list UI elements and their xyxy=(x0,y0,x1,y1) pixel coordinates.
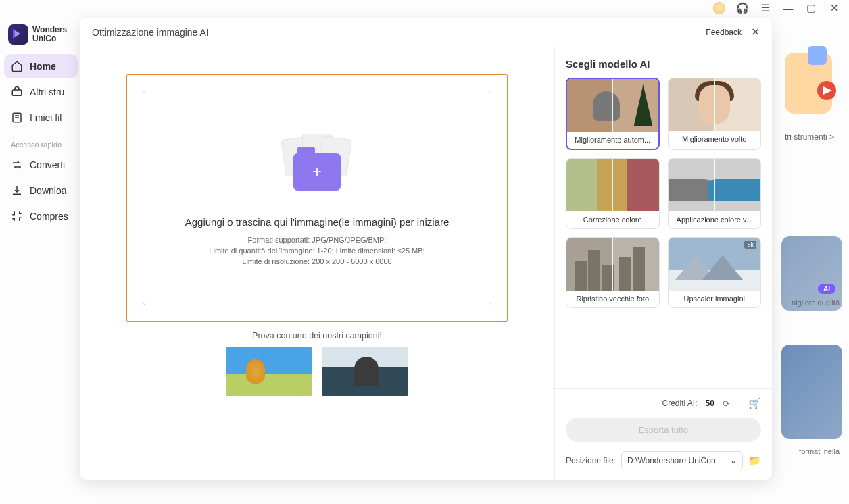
bottom-bar: Crediti AI:50 ⟳ | 🛒 Esporta tutto Posizi… xyxy=(555,388,772,480)
app-name: WondersUniCo xyxy=(32,26,67,43)
model-preview-icon xyxy=(669,78,761,131)
avatar-icon[interactable] xyxy=(712,1,726,15)
drop-meta: Formati supportati: JPG/PNG/JPEG/BMP; Li… xyxy=(209,234,424,267)
output-path-select[interactable]: D:\Wondershare UniCon ⌄ xyxy=(621,451,743,470)
model-label: Ripristino vecchie foto xyxy=(566,291,659,307)
bg-text-2: formati nella xyxy=(799,447,840,455)
nav-label: Downloa xyxy=(30,185,66,196)
model-label: Correzione colore xyxy=(566,211,659,228)
models-title: Scegli modello AI xyxy=(566,58,761,70)
window-maximize-button[interactable]: ▢ xyxy=(804,1,818,15)
credits-label: Crediti AI: xyxy=(662,399,697,408)
drop-zone-outer: + Aggiungi o trascina qui l'immagine(le … xyxy=(126,74,508,322)
close-icon[interactable]: ✕ xyxy=(751,26,760,39)
bg-card-2 xyxy=(781,345,842,439)
nav-compress[interactable]: Compres xyxy=(4,204,78,228)
samples-label: Prova con uno dei nostri campioni! xyxy=(252,331,382,341)
sidebar: WondersUniCo Home Altri stru I miei fil … xyxy=(0,16,84,504)
nav-label: Home xyxy=(30,61,56,72)
sample-image-1[interactable] xyxy=(226,347,312,396)
titlebar: 🎧 ☰ — ▢ ✕ xyxy=(0,0,849,16)
nav-tools[interactable]: Altri stru xyxy=(4,80,78,104)
model-card-upscaler[interactable]: 8k Upscaler immagini xyxy=(668,237,762,308)
convert-icon xyxy=(11,159,23,171)
bg-text-1: nigliore qualità xyxy=(792,299,840,307)
modal-title: Ottimizzazione immagine AI xyxy=(92,27,209,38)
nav-home[interactable]: Home xyxy=(4,54,78,78)
window-minimize-button[interactable]: — xyxy=(781,1,795,15)
browse-folder-icon[interactable]: 📁 xyxy=(748,455,761,467)
output-path-value: D:\Wondershare UniCon xyxy=(627,456,716,465)
nav-myfiles[interactable]: I miei fil xyxy=(4,105,78,130)
model-card-old-photo-restore[interactable]: Ripristino vecchie foto xyxy=(566,237,660,308)
right-panel: Scegli modello AI Miglioramento autom...… xyxy=(554,47,772,480)
nav-label: Altri stru xyxy=(30,86,64,97)
model-preview-icon: 8k xyxy=(669,238,761,291)
menu-list-icon[interactable]: ☰ xyxy=(758,1,772,15)
ai-image-modal: Ottimizzazione immagine AI Feedback ✕ + … xyxy=(80,18,772,480)
compress-icon xyxy=(11,210,23,222)
nav-label: I miei fil xyxy=(30,112,62,123)
home-icon xyxy=(11,60,23,72)
bg-promo-link[interactable]: tri strumenti > xyxy=(785,132,834,142)
ai-badge: AI xyxy=(818,284,835,294)
window-close-button[interactable]: ✕ xyxy=(827,1,841,15)
model-card-face-enhance[interactable]: Miglioramento volto xyxy=(668,78,762,150)
app-logo: WondersUniCo xyxy=(4,22,78,54)
drop-zone[interactable]: + Aggiungi o trascina qui l'immagine(le … xyxy=(143,91,491,305)
model-card-colorize[interactable]: Applicazione colore v... xyxy=(668,158,762,229)
drop-panel: + Aggiungi o trascina qui l'immagine(le … xyxy=(80,47,554,480)
model-label: Upscaler immagini xyxy=(669,291,761,307)
sample-image-2[interactable] xyxy=(322,347,408,396)
logo-mark-icon xyxy=(8,24,28,45)
model-label: Miglioramento volto xyxy=(669,131,761,148)
chevron-down-icon: ⌄ xyxy=(730,456,737,465)
nav-label: Converti xyxy=(30,159,65,170)
credits-value: 50 xyxy=(706,399,714,408)
drop-headline: Aggiungi o trascina qui l'immagine(le im… xyxy=(185,216,450,228)
nav-convert[interactable]: Converti xyxy=(4,153,78,177)
download-icon xyxy=(11,184,23,197)
toolbox-icon xyxy=(11,86,23,98)
feedback-link[interactable]: Feedback xyxy=(706,28,742,37)
nav-label: Compres xyxy=(30,211,68,222)
svg-rect-0 xyxy=(12,90,22,95)
refresh-icon[interactable]: ⟳ xyxy=(723,399,730,409)
headset-icon[interactable]: 🎧 xyxy=(735,1,749,15)
drop-illustration: + xyxy=(276,130,358,204)
nav-download[interactable]: Downloa xyxy=(4,178,78,203)
output-path-label: Posizione file: xyxy=(566,456,616,465)
model-label: Miglioramento autom... xyxy=(567,132,658,149)
cart-icon[interactable]: 🛒 xyxy=(748,397,761,409)
quick-access-label: Accesso rapido xyxy=(4,131,78,153)
model-preview-icon xyxy=(669,159,761,211)
folder-plus-icon: + xyxy=(293,153,341,191)
model-label: Applicazione colore v... xyxy=(669,211,761,228)
model-card-auto-enhance[interactable]: Miglioramento autom... xyxy=(566,78,660,150)
export-all-button[interactable]: Esporta tutto xyxy=(566,418,761,442)
file-icon xyxy=(11,111,23,124)
model-card-color-correction[interactable]: Correzione colore xyxy=(566,158,660,229)
model-preview-icon xyxy=(566,159,659,211)
modal-header: Ottimizzazione immagine AI Feedback ✕ xyxy=(80,18,772,47)
model-preview-icon xyxy=(567,79,658,132)
model-preview-icon xyxy=(566,238,659,291)
